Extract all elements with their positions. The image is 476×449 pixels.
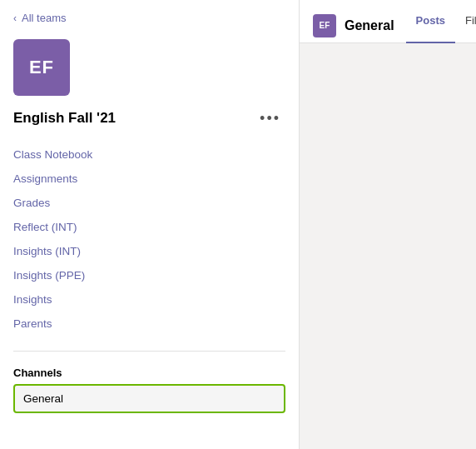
more-options-button[interactable]: ••• [255,109,285,127]
divider [13,351,285,352]
all-teams-label: All teams [22,12,66,24]
team-avatar: EF [13,39,70,96]
nav-insights-int[interactable]: Insights (INT) [0,239,299,263]
tab-files-label: File [465,14,476,27]
nav-links: Class Notebook Assignments Grades Reflec… [0,139,299,342]
general-channel-label: General [23,392,63,405]
general-channel-item[interactable]: General [13,384,285,413]
team-name: English Fall '21 [13,110,116,127]
tab-files[interactable]: File [455,8,476,43]
chevron-left-icon: ‹ [13,12,17,24]
channel-initials: EF [320,21,330,30]
nav-assignments[interactable]: Assignments [0,167,299,191]
all-teams-link[interactable]: ‹ All teams [0,0,299,32]
nav-grades[interactable]: Grades [0,191,299,215]
channels-label: Channels [13,367,285,379]
right-content [300,43,476,449]
tab-posts-label: Posts [416,14,445,27]
left-panel: ‹ All teams EF English Fall '21 ••• Clas… [0,0,300,449]
team-initials: EF [29,57,54,78]
nav-class-notebook[interactable]: Class Notebook [0,142,299,167]
right-header: EF General Posts File [300,0,476,43]
nav-parents[interactable]: Parents [0,312,299,336]
nav-reflect-int[interactable]: Reflect (INT) [0,215,299,239]
tab-posts[interactable]: Posts [406,8,455,43]
team-header: English Fall '21 ••• [0,106,299,139]
right-tabs: Posts File [406,8,476,43]
channels-section: Channels General [0,360,299,418]
right-panel: EF General Posts File [300,0,476,449]
channel-avatar: EF [313,14,336,37]
channel-title: General [345,18,394,33]
nav-insights[interactable]: Insights [0,287,299,312]
nav-insights-ppe[interactable]: Insights (PPE) [0,263,299,287]
